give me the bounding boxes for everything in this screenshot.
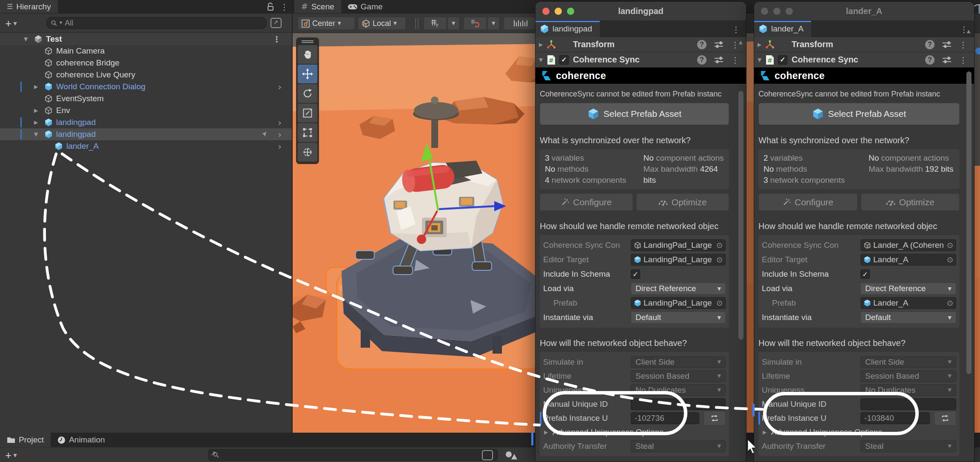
foldout-open-icon[interactable]: ▼ [34,131,38,137]
orientation-button[interactable]: Local ▼ [358,17,406,30]
chevron-right-icon[interactable]: › [278,129,282,140]
simulate-in-dropdown[interactable]: Client Side ▼ [860,356,956,368]
include-in-schema-checkbox[interactable]: ✓ [631,269,640,279]
help-icon[interactable]: ? [697,40,707,49]
grid-visibility-caret[interactable]: ▼ [447,17,459,30]
grid-snap-caret[interactable]: ▼ [487,17,499,30]
foldout-open-icon[interactable]: ▼ [758,57,761,63]
palette-drag-handle[interactable] [298,39,317,44]
load-via-dropdown[interactable]: Direct Reference ▼ [860,283,956,295]
hierarchy-row-prefab[interactable]: ▶ landingpad › [0,116,292,128]
lifetime-dropdown[interactable]: Session Based ▼ [860,370,956,382]
component-enabled-checkbox[interactable]: ✓ [559,55,569,65]
hierarchy-row-prefab-selected[interactable]: ▼ landingpad › [0,128,292,140]
manual-unique-id-input[interactable] [631,398,726,410]
snap-increment-button[interactable] [504,17,538,30]
add-asset-button[interactable]: + ▼ [5,449,17,462]
include-in-schema-checkbox[interactable]: ✓ [860,269,870,279]
transform-component-header[interactable]: ▶ Transform ? ⋮ [536,37,746,52]
simulate-in-dropdown[interactable]: Client Side ▼ [631,356,726,368]
window-titlebar[interactable]: landingpad [536,2,746,21]
grid-visibility-button[interactable]: Y [424,17,447,30]
advanced-uniqueness-foldout[interactable]: ▶ Advanced Uniqueness Options [543,425,726,439]
sync-config-object-field[interactable]: {} Lander_A (Coheren ⊙ [860,239,956,251]
chevron-right-icon[interactable]: › [278,141,282,152]
optimize-button[interactable]: Optimize [636,193,729,211]
object-picker-icon[interactable]: ⊙ [947,241,953,249]
foldout-closed-icon[interactable]: ▶ [34,108,38,113]
window-titlebar[interactable]: lander_A [754,2,974,21]
tab-project[interactable]: Project [0,433,51,447]
component-enabled-checkbox[interactable]: ✓ [778,55,787,65]
chevron-right-icon[interactable]: › [278,82,282,92]
scroll-up-icon[interactable]: ▲ [967,29,970,34]
hierarchy-row-scene[interactable]: ▼ Test ⋮ [0,33,292,45]
project-search[interactable] [208,449,498,461]
foldout-closed-icon[interactable]: ▶ [34,119,38,125]
hierarchy-row-prefab[interactable]: ▶ World Connection Dialog › [0,81,292,93]
regenerate-uid-button[interactable] [704,411,726,425]
scrollbar[interactable]: ▲ [738,38,744,462]
authority-transfer-dropdown[interactable]: Steal ▼ [631,440,726,452]
hierarchy-row[interactable]: ▶ Env [0,105,292,116]
coherence-sync-component-header[interactable]: ▼ # ✓ Coherence Sync ? ⋮ [754,52,974,68]
configure-button[interactable]: Configure [540,193,633,211]
uniqueness-dropdown[interactable]: No Duplicates ▼ [631,384,726,396]
foldout-open-icon[interactable]: ▼ [539,57,543,63]
zoom-button[interactable] [786,8,793,15]
zoom-button[interactable] [567,8,574,15]
lifetime-dropdown[interactable]: Session Based ▼ [631,370,726,382]
prefab-object-field[interactable]: LandingPad_Large ⊙ [631,297,726,309]
authority-transfer-dropdown[interactable]: Steal ▼ [860,440,956,452]
hierarchy-row[interactable]: coherence Bridge [0,57,292,69]
presets-icon[interactable] [714,56,724,64]
tab-hierarchy[interactable]: ☰ Hierarchy [0,0,58,13]
prefab-object-field[interactable]: Lander_A ⊙ [860,297,956,309]
load-via-dropdown[interactable]: Direct Reference ▼ [631,283,726,295]
hierarchy-row[interactable]: EventSystem [0,93,292,105]
hierarchy-row-prefab-child[interactable]: lander_A › [0,140,292,152]
tab-scene[interactable]: # Scene [294,0,341,13]
hierarchy-menu-icon[interactable]: ⋮ [280,2,288,11]
scrollbar-thumb[interactable] [738,91,744,340]
select-prefab-asset-button[interactable]: Select Prefab Asset [540,103,729,125]
foldout-closed-icon[interactable]: ▶ [539,42,543,48]
pivot-mode-button[interactable]: Center ▼ [298,17,355,30]
foldout-open-icon[interactable]: ▼ [24,36,28,42]
presets-icon[interactable] [942,56,952,64]
chevron-right-icon[interactable]: › [278,117,282,128]
tab-game[interactable]: Game [341,0,390,13]
sync-config-object-field[interactable]: {} LandingPad_Large ⊙ [631,239,726,251]
row-menu-icon[interactable]: ⋮ [273,34,281,44]
tab-animation[interactable]: Animation [51,433,112,447]
scale-tool-button[interactable] [298,104,317,122]
lock-icon[interactable] [267,3,274,11]
presets-icon[interactable] [942,40,952,49]
advanced-uniqueness-foldout[interactable]: ▶ Advanced Uniqueness Options [762,425,956,439]
close-button[interactable] [761,8,768,15]
object-picker-icon[interactable]: ⊙ [947,299,953,307]
tab-menu-icon[interactable]: ⋮ [732,25,740,34]
hierarchy-row[interactable]: Main Camera [0,45,292,57]
add-object-button[interactable]: + ▼ [5,17,17,30]
transform-component-header[interactable]: ▶ Transform ? ⋮ [754,37,974,52]
hand-tool-button[interactable] [298,45,317,64]
editor-target-object-field[interactable]: LandingPad_Large ⊙ [631,254,726,266]
instantiate-via-dropdown[interactable]: Default ▼ [860,312,956,323]
open-window-icon[interactable] [482,450,493,460]
close-button[interactable] [542,8,550,15]
foldout-closed-icon[interactable]: ▶ [758,42,761,48]
editor-target-object-field[interactable]: Lander_A ⊙ [860,254,956,266]
object-picker-icon[interactable]: ⊙ [716,241,723,249]
help-icon[interactable]: ? [697,55,707,65]
regenerate-uid-button[interactable] [934,411,956,425]
scrollbar-thumb[interactable] [966,71,971,374]
scrollbar[interactable]: ▲ [966,27,972,462]
select-prefab-asset-button[interactable]: Select Prefab Asset [758,103,960,125]
help-icon[interactable]: ? [925,40,934,49]
help-icon[interactable]: ? [925,55,934,65]
instantiate-via-dropdown[interactable]: Default ▼ [631,312,726,323]
optimize-button[interactable]: Optimize [861,193,960,211]
object-picker-icon[interactable]: ⊙ [947,256,953,264]
coherence-sync-component-header[interactable]: ▼ # ✓ Coherence Sync ? ⋮ [536,52,746,68]
